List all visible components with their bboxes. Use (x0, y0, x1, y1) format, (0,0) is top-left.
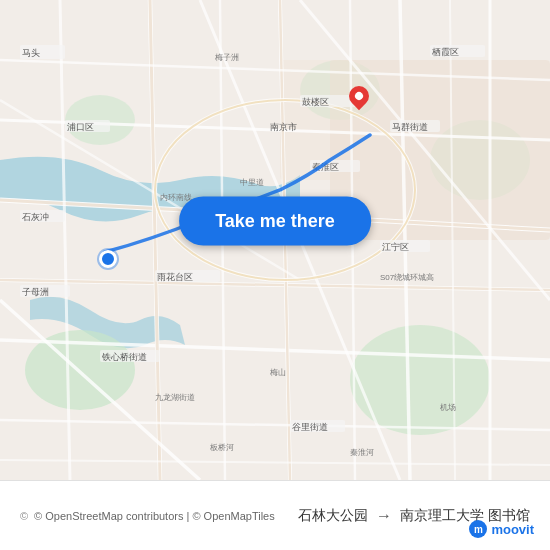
moovit-brand-name: moovit (491, 522, 534, 537)
attribution-text: © OpenStreetMap contributors | © OpenMap… (34, 510, 275, 522)
svg-text:梅山: 梅山 (269, 368, 286, 377)
svg-text:九龙湖街道: 九龙湖街道 (155, 393, 195, 402)
route-arrow-icon: → (376, 507, 392, 525)
svg-text:马头: 马头 (22, 48, 40, 58)
svg-text:浦口区: 浦口区 (67, 122, 94, 132)
svg-text:板桥河: 板桥河 (209, 443, 234, 452)
svg-text:江宁区: 江宁区 (382, 242, 409, 252)
svg-text:梅子洲: 梅子洲 (214, 53, 239, 62)
attribution: © © OpenStreetMap contributors | © OpenM… (20, 510, 275, 522)
svg-text:雨花台区: 雨花台区 (157, 272, 193, 282)
map-container: 马头 浦口区 石灰冲 子母洲 栖霞区 马群街道 鼓楼区 秦淮区 雨花台区 江宁区… (0, 0, 550, 480)
svg-line-24 (0, 420, 550, 430)
svg-line-14 (150, 0, 160, 480)
svg-text:南京市: 南京市 (270, 122, 297, 132)
route-origin: 石林大公园 (298, 507, 368, 525)
moovit-icon: m (469, 520, 487, 538)
destination-marker (349, 86, 369, 114)
copyright-icon: © (20, 510, 28, 522)
svg-text:鼓楼区: 鼓楼区 (302, 97, 329, 107)
svg-text:马群街道: 马群街道 (392, 122, 428, 132)
moovit-logo: m moovit (469, 520, 534, 538)
svg-text:石灰冲: 石灰冲 (22, 212, 49, 222)
svg-text:中里道: 中里道 (240, 178, 264, 187)
origin-marker (99, 250, 117, 268)
svg-text:秦淮河: 秦淮河 (350, 448, 374, 457)
svg-text:谷里街道: 谷里街道 (292, 422, 328, 432)
svg-text:栖霞区: 栖霞区 (431, 47, 459, 57)
svg-text:S07绕城环城高: S07绕城环城高 (380, 273, 434, 282)
svg-text:铁心桥街道: 铁心桥街道 (101, 352, 147, 362)
svg-text:子母洲: 子母洲 (22, 287, 49, 297)
take-me-there-button[interactable]: Take me there (179, 196, 371, 245)
svg-point-1 (350, 325, 490, 435)
svg-line-25 (0, 460, 550, 465)
bottom-bar: © © OpenStreetMap contributors | © OpenM… (0, 480, 550, 550)
svg-text:机场: 机场 (440, 403, 456, 412)
